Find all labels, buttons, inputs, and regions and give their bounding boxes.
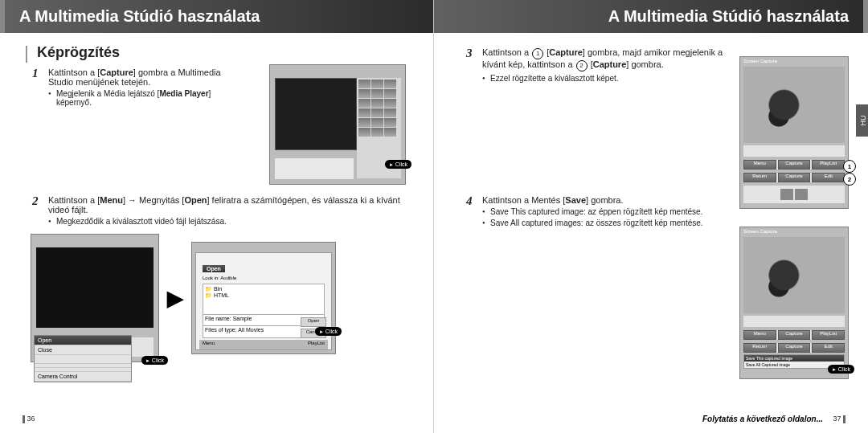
video-area (275, 78, 357, 150)
t: ] gombra. (586, 195, 623, 205)
video-frame-dog (743, 237, 845, 313)
dialog-window: Open Look in: Audible 📁 Bin 📁 HTML File … (195, 252, 332, 350)
player-controls (743, 145, 845, 157)
thumb (371, 108, 383, 117)
thumb (384, 99, 396, 108)
capture-button[interactable]: Capture (778, 160, 811, 170)
t: Save (565, 195, 586, 205)
return-button[interactable]: Return (743, 343, 776, 353)
open-heading: Open (203, 265, 225, 272)
step-bullet: Megjelenik a Média lejátszó [Media Playe… (48, 89, 241, 107)
content: 1 Kattintson a [Capture] gombra a Multim… (0, 67, 433, 226)
edit-button[interactable]: Edit (812, 173, 845, 182)
return-button[interactable]: Return (743, 173, 776, 182)
circle-2: 2 (576, 60, 588, 71)
thumb (371, 99, 383, 108)
video-frame-dog (743, 67, 845, 143)
thumb (358, 128, 371, 137)
step-3: 3 Kattintson a 1 [Capture] gombra, majd … (465, 47, 727, 83)
step-4: 4 Kattintson a Mentés [Save] gombra. Sav… (465, 195, 727, 227)
mini-thumb (780, 189, 793, 200)
video-area (743, 237, 845, 313)
page-37: A Multimedia Stúdió használata HU 3 Katt… (434, 0, 868, 433)
capture-button[interactable]: Capture (778, 330, 811, 340)
step-text: Kattintson a [ (48, 67, 100, 77)
folder-bin[interactable]: 📁 Bin (205, 286, 322, 292)
t: Menu (100, 195, 123, 205)
page-36: A Multimedia Stúdió használata Képrögzít… (0, 0, 434, 433)
t: Capture (593, 59, 627, 69)
lookin-label: Look in: Audible (203, 276, 236, 280)
click-callout: Click (315, 327, 342, 336)
circle-1: 1 (532, 48, 543, 59)
step-1: 1 Kattintson a [Capture] gombra a Multim… (31, 67, 241, 107)
menu-item-close[interactable]: Close (35, 345, 131, 355)
step-2: 2 Kattintson a [Menu] → Megnyitás [Open]… (31, 195, 414, 226)
player-controls (275, 158, 354, 179)
page-number: 36 (23, 415, 35, 423)
video-area (743, 67, 845, 143)
section-title: Képrögzítés (0, 33, 433, 67)
capture-button-2[interactable]: Capture (778, 173, 811, 182)
menu-item-open[interactable]: Open (35, 336, 131, 345)
t: Kattintson a Mentés [ (482, 195, 565, 205)
menu-button[interactable]: Menu (743, 160, 776, 170)
callout-1: 1 (843, 160, 856, 173)
step-bullet: Megkezdődik a kiválasztott videó fájl le… (48, 217, 414, 226)
step2-screenshots: Open Close Camera Control Click ▶ Open L… (31, 234, 433, 362)
panel-title: Screen Capture (743, 59, 777, 63)
save-this-item[interactable]: Save This captured image (744, 355, 844, 362)
language-tab: HU (856, 104, 868, 137)
t: Open (184, 195, 207, 205)
t: Media Player (159, 89, 208, 98)
screen-capture-panel-2: Screen Capture Menu Capture PlayList Ret… (739, 227, 849, 379)
thumb (358, 108, 371, 117)
menu-popup: Open Close Camera Control (34, 335, 132, 382)
button-row-1: Menu Capture PlayList (743, 330, 845, 340)
t: ] gombra. (626, 59, 663, 69)
thumb (358, 80, 371, 88)
step-number: 4 (466, 194, 473, 208)
button-row-2: Return Capture Edit (743, 343, 845, 353)
thumb (384, 118, 396, 127)
thumb (384, 108, 396, 117)
page-header: A Multimedia Stúdió használata (434, 0, 868, 33)
t: ] → Megnyitás [ (123, 195, 184, 205)
media-player-screenshot: Click (269, 64, 406, 185)
thumb (358, 118, 371, 127)
dialog-footer: Menu PlayList (199, 340, 328, 349)
step-number: 1 (32, 67, 39, 80)
playlist-label[interactable]: PlayList (308, 341, 325, 345)
screen-capture-panel-1: Screen Capture Menu Capture PlayList 1 R… (739, 56, 849, 209)
thumb (371, 118, 383, 127)
click-callout: Click (385, 160, 411, 169)
menu-button[interactable]: Menu (743, 330, 776, 340)
step-bullet: Ezzel rögzítette a kiválasztott képet. (482, 74, 727, 83)
t: Capture (549, 47, 583, 57)
page-number: 37 (833, 415, 845, 423)
thumb (384, 80, 396, 88)
folder-html[interactable]: 📁 HTML (205, 292, 322, 299)
menu-label[interactable]: Menu (203, 341, 215, 345)
continue-text: Folytatás a következő oldalon... (702, 415, 823, 423)
playlist-button[interactable]: PlayList (812, 160, 845, 170)
step-number: 2 (32, 194, 39, 208)
thumb (371, 89, 383, 98)
media-player-menu-screenshot: Open Close Camera Control Click (31, 234, 159, 362)
open-button[interactable]: Open (301, 317, 326, 327)
button-row-1: Menu Capture PlayList (743, 160, 845, 170)
mini-thumb (795, 189, 808, 200)
thumb (371, 80, 383, 88)
thumb (384, 128, 396, 137)
t: Megjelenik a Média lejátszó [ (56, 89, 159, 98)
playlist-button[interactable]: PlayList (812, 330, 845, 340)
menu-item-camera-control[interactable]: Camera Control (35, 372, 131, 382)
menu-sep (35, 355, 131, 364)
step-bullet: Save All captured images: az összes rögz… (482, 219, 727, 227)
t: Kattintson a (482, 47, 531, 57)
click-callout: Click (141, 356, 168, 365)
edit-button[interactable]: Edit (812, 343, 845, 353)
thumb-row (743, 186, 845, 203)
thumb (358, 99, 371, 108)
capture-button-2[interactable]: Capture (778, 343, 811, 353)
